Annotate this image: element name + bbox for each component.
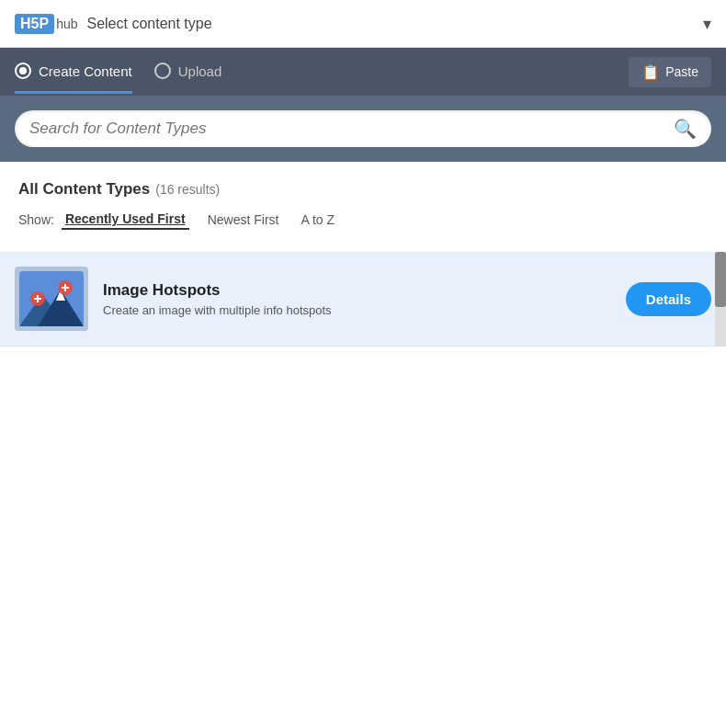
sort-a-to-z[interactable]: A to Z — [297, 210, 338, 229]
logo-h5p-text: H5P — [15, 14, 54, 34]
empty-area — [0, 347, 726, 696]
content-type-name: Image Hotspots — [103, 281, 611, 300]
all-content-title: All Content Types — [18, 180, 150, 199]
search-button[interactable]: 🔍 — [674, 118, 697, 140]
search-input[interactable] — [29, 119, 674, 138]
tab-options: Create Content Upload — [15, 63, 221, 81]
logo-hub-text: hub — [56, 17, 77, 31]
tab-create-label: Create Content — [39, 63, 132, 79]
details-button[interactable]: Details — [626, 282, 711, 316]
paste-button[interactable]: 📋 Paste — [629, 57, 711, 87]
tab-create-content[interactable]: Create Content — [15, 63, 132, 81]
chevron-down-icon[interactable]: ▾ — [703, 14, 711, 34]
search-area: 🔍 — [0, 96, 726, 162]
paste-label: Paste — [665, 64, 698, 79]
content-type-card: Image Hotspots Create an image with mult… — [0, 252, 726, 347]
content-thumb — [15, 267, 88, 331]
select-content-type-label: Select content type — [86, 16, 211, 32]
radio-create — [15, 63, 31, 79]
content-type-desc: Create an image with multiple info hotsp… — [103, 303, 611, 317]
tab-upload-label: Upload — [178, 63, 222, 79]
header-left: H5Phub Select content type — [15, 14, 212, 34]
search-icon: 🔍 — [674, 119, 697, 139]
show-row: Show: Recently Used First Newest First A… — [18, 210, 708, 230]
tab-upload[interactable]: Upload — [154, 63, 222, 81]
paste-icon: 📋 — [641, 63, 660, 81]
show-label: Show: — [18, 212, 54, 227]
search-container: 🔍 — [15, 110, 711, 147]
radio-create-inner — [19, 67, 27, 74]
results-count: (16 results) — [155, 182, 220, 197]
radio-upload — [154, 63, 171, 79]
scrollbar-track — [715, 252, 726, 347]
h5p-logo: H5Phub — [15, 14, 77, 34]
top-header: H5Phub Select content type ▾ — [0, 0, 726, 48]
scrollbar-thumb[interactable] — [715, 252, 726, 307]
tab-bar: Create Content Upload 📋 Paste — [0, 48, 726, 96]
sort-recently-used[interactable]: Recently Used First — [62, 210, 189, 230]
sort-newest-first[interactable]: Newest First — [204, 210, 283, 229]
list-area: Image Hotspots Create an image with mult… — [0, 252, 726, 347]
content-thumb-svg — [19, 271, 84, 326]
all-content-header: All Content Types (16 results) — [18, 180, 708, 199]
content-area: All Content Types (16 results) Show: Rec… — [0, 162, 726, 241]
content-info: Image Hotspots Create an image with mult… — [103, 281, 611, 317]
